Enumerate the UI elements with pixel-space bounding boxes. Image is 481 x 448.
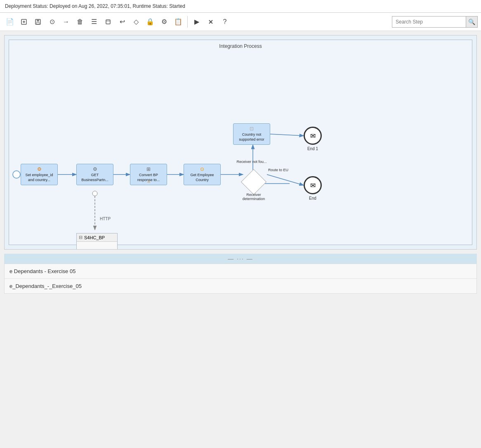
clipboard-btn[interactable]: 📋 <box>172 15 185 28</box>
route-to-eu-label: Route to EU <box>268 168 288 172</box>
settings-btn[interactable]: ⚙ <box>158 15 171 28</box>
start-event <box>12 170 21 179</box>
get-bp-icon: ⚙ <box>93 166 97 172</box>
search-input[interactable] <box>392 16 466 28</box>
help-btn[interactable]: ? <box>218 15 231 28</box>
receiver-not-found-label: Receiver not fou... <box>233 160 270 164</box>
svg-line-17 <box>270 134 304 136</box>
search-button[interactable]: 🔍 <box>466 16 478 28</box>
svg-rect-6 <box>106 20 110 24</box>
bottom-row-2-text: e_Dependants_-_Exercise_05 <box>9 283 82 289</box>
country-error-icon: ⊡ <box>250 126 254 132</box>
new-btn[interactable]: 📄 <box>3 15 17 28</box>
s4hc-container[interactable]: ⊟ S4HC_BP <box>76 233 118 250</box>
set-employee-icon: ⚙ <box>37 166 42 172</box>
receiver-determination-container[interactable] <box>243 171 264 193</box>
node-get-employee-country[interactable]: ⊙ Get Employee Country <box>184 164 221 185</box>
status-bar: Deployment Status: Deployed on Aug 26, 2… <box>0 0 481 13</box>
node-set-employee[interactable]: ⚙ Set employee_id and country... <box>21 164 58 185</box>
get-bp-label: GET BusinessPartn... <box>78 173 111 182</box>
bottom-row-1: e Dependants - Exercise 05 <box>5 264 476 279</box>
integration-process-label: Integration Process <box>219 43 262 49</box>
target-btn[interactable]: ⊙ <box>45 15 59 28</box>
node-country-error[interactable]: ⊡ Country not supported error <box>233 123 270 145</box>
convert-bp-icon: ⊞ <box>146 166 151 172</box>
diamond-shape <box>241 169 266 195</box>
status-text: Deployment Status: Deployed on Aug 26, 2… <box>5 3 185 9</box>
divider-bar[interactable]: — ··· — <box>4 254 477 264</box>
get-employee-country-icon: ⊙ <box>200 166 204 172</box>
end-node-label: End <box>304 196 322 200</box>
arrow-btn[interactable]: → <box>59 15 73 28</box>
toolbar-separator <box>187 16 188 28</box>
lock-btn[interactable]: 🔒 <box>144 15 157 28</box>
end-node-1-label: End 1 <box>304 146 322 151</box>
diamond-btn[interactable]: ◇ <box>130 15 143 28</box>
canvas-container[interactable]: Integration Process <box>4 35 477 250</box>
end-node[interactable]: ✉ <box>304 176 322 194</box>
delete-btn[interactable]: 🗑 <box>73 15 87 28</box>
end-icon: ✉ <box>310 182 316 189</box>
end-node-1[interactable]: ✉ <box>304 127 322 145</box>
add-btn[interactable] <box>17 15 31 28</box>
end-1-icon: ✉ <box>310 132 316 140</box>
s4hc-label: ⊟ S4HC_BP <box>77 233 117 242</box>
country-error-label: Country not supported error <box>235 132 268 142</box>
divider-dots: — ··· — <box>228 255 253 262</box>
undo-btn[interactable]: ↩ <box>116 15 129 28</box>
integration-process-box: Integration Process <box>9 40 472 245</box>
receiver-determination-label: Receiver determination <box>237 193 270 201</box>
bottom-panel: e Dependants - Exercise 05 e_Dependants_… <box>4 264 477 294</box>
node-get-bp[interactable]: ⚙ GET BusinessPartn... <box>76 164 113 185</box>
http-label: HTTP <box>100 217 111 221</box>
get-employee-country-label: Get Employee Country <box>186 173 219 182</box>
toolbar: 📄 ⊙ → 🗑 ☰ ↩ ◇ 🔒 ⚙ 📋 ▶ ? 🔍 <box>0 13 481 31</box>
bottom-row-1-text: e Dependants - Exercise 05 <box>9 268 75 274</box>
restore-btn[interactable] <box>101 15 115 28</box>
search-area: 🔍 <box>392 16 478 28</box>
menu-btn[interactable]: ☰ <box>87 15 101 28</box>
svg-point-19 <box>92 191 97 196</box>
node-convert-bp[interactable]: ⊞ ⚠ Convert BP response to... <box>130 164 167 185</box>
save-btn[interactable] <box>31 15 45 28</box>
svg-line-15 <box>267 174 304 185</box>
bottom-row-2: e_Dependants_-_Exercise_05 <box>5 279 476 293</box>
svg-rect-4 <box>37 19 39 21</box>
set-employee-label: Set employee_id and country... <box>23 173 56 182</box>
stop-btn[interactable] <box>204 15 217 28</box>
empty-bottom-area <box>4 298 477 380</box>
play-btn[interactable]: ▶ <box>190 15 203 28</box>
